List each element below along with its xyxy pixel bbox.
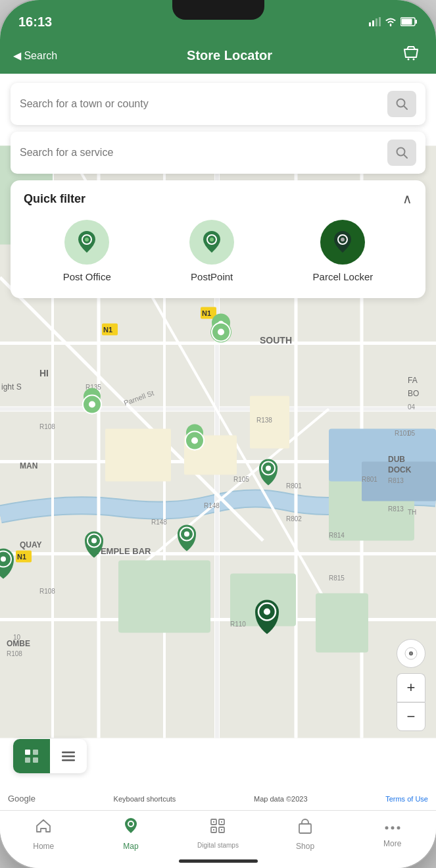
svg-rect-109 [33, 750, 38, 755]
svg-rect-123 [221, 829, 222, 830]
tab-map[interactable]: Map [87, 817, 175, 851]
zoom-out-button[interactable]: − [397, 702, 425, 731]
svg-rect-124 [299, 824, 311, 833]
svg-point-104 [341, 238, 345, 242]
svg-point-7 [407, 59, 409, 61]
svg-point-78 [218, 329, 224, 336]
svg-rect-122 [213, 829, 214, 830]
svg-rect-6 [402, 19, 412, 25]
svg-rect-114 [62, 759, 75, 761]
svg-rect-26 [118, 561, 210, 633]
quick-filter-panel: Quick filter ∧ Post Office [11, 180, 425, 298]
view-toggle [13, 739, 87, 773]
map-view-button[interactable] [13, 739, 50, 773]
svg-text:04: 04 [408, 403, 416, 411]
svg-rect-112 [62, 752, 75, 753]
svg-text:HI: HI [39, 368, 49, 378]
svg-text:N1: N1 [17, 553, 26, 561]
digital-stamps-icon [209, 817, 226, 838]
svg-point-102 [210, 238, 214, 242]
quick-filter-header: Quick filter ∧ [24, 191, 412, 207]
tab-shop[interactable]: Shop [262, 817, 349, 851]
svg-text:N1: N1 [103, 326, 112, 334]
nav-title: Store Locator [187, 48, 272, 63]
svg-text:10: 10 [13, 634, 21, 641]
svg-point-127 [397, 827, 400, 830]
svg-text:R815: R815 [329, 574, 345, 582]
zoom-in-button[interactable]: + [397, 673, 425, 702]
nav-bar: ◀ Search Store Locator [0, 37, 436, 74]
filter-parcel-locker[interactable]: Parcel Locker [313, 220, 374, 282]
compass-button[interactable] [397, 639, 425, 668]
svg-text:MAN: MAN [20, 461, 37, 471]
svg-text:TH: TH [408, 509, 416, 516]
more-icon [384, 817, 401, 836]
svg-text:QUAY: QUAY [20, 540, 42, 549]
parcel-locker-icon-circle [320, 220, 365, 265]
terms-link[interactable]: Terms of Use [385, 795, 428, 803]
svg-text:05: 05 [408, 430, 416, 437]
town-search-input[interactable] [20, 98, 387, 110]
svg-point-92 [264, 609, 270, 615]
tab-more[interactable]: More [349, 817, 436, 848]
svg-rect-110 [25, 757, 30, 763]
keyboard-shortcuts[interactable]: Keyboard shortcuts [114, 795, 176, 803]
shop-icon [297, 817, 314, 838]
svg-point-115 [128, 821, 133, 827]
basket-icon[interactable] [402, 45, 420, 66]
postpoint-icon-circle [189, 220, 234, 265]
svg-point-88 [91, 538, 97, 544]
svg-text:N1: N1 [202, 309, 211, 317]
status-time: 16:13 [18, 14, 52, 30]
svg-text:R814: R814 [329, 532, 345, 539]
svg-point-8 [412, 59, 414, 61]
list-view-icon [59, 747, 78, 765]
phone-frame: 16:13 ◀ Search [0, 0, 436, 868]
svg-point-86 [266, 466, 271, 471]
tab-digital-stamps-label: Digital stamps [197, 842, 239, 849]
chevron-up-icon[interactable]: ∧ [402, 191, 412, 207]
post-office-label: Post Office [63, 271, 111, 282]
search-overlay: Quick filter ∧ Post Office [0, 74, 436, 298]
post-office-icon-circle [64, 220, 109, 265]
post-office-pin-icon [75, 230, 99, 254]
content-area: Parnell St R135 R108 R110 R108 R148 R148… [0, 74, 436, 810]
svg-text:R138: R138 [256, 417, 272, 424]
svg-text:R802: R802 [286, 515, 302, 523]
service-search-box [11, 132, 425, 174]
filter-postpoint[interactable]: PostPoint [189, 220, 234, 282]
google-logo: Google [8, 794, 36, 804]
tab-home-label: Home [33, 842, 54, 851]
signal-icon [369, 17, 381, 26]
back-button[interactable]: ◀ Search [13, 49, 57, 62]
list-view-button[interactable] [50, 739, 87, 773]
svg-text:ight S: ight S [1, 382, 22, 392]
service-search-button[interactable] [387, 140, 416, 166]
svg-text:FA: FA [408, 376, 418, 385]
tab-shop-label: Shop [296, 842, 314, 851]
svg-rect-2 [375, 18, 377, 26]
svg-text:SOUTH: SOUTH [260, 335, 292, 345]
svg-text:R813: R813 [388, 477, 404, 484]
svg-rect-29 [316, 594, 368, 653]
svg-text:DUB: DUB [388, 455, 405, 464]
svg-rect-0 [369, 22, 371, 26]
town-search-box [11, 83, 425, 125]
tab-home[interactable]: Home [0, 817, 87, 851]
svg-line-96 [404, 106, 407, 109]
service-search-input[interactable] [20, 147, 387, 159]
town-search-button[interactable] [387, 91, 416, 117]
svg-text:R105: R105 [233, 476, 249, 483]
svg-text:R110: R110 [230, 621, 246, 628]
svg-point-125 [385, 827, 388, 830]
quick-filter-items: Post Office PostPoint [24, 220, 412, 282]
svg-text:R801: R801 [362, 476, 377, 483]
minus-icon: − [407, 708, 416, 725]
svg-rect-111 [33, 757, 38, 763]
svg-text:R148: R148 [151, 519, 167, 526]
svg-rect-121 [221, 821, 222, 823]
notch [172, 0, 264, 20]
tab-digital-stamps[interactable]: Digital stamps [174, 817, 262, 849]
svg-text:R108: R108 [7, 650, 22, 657]
filter-post-office[interactable]: Post Office [63, 220, 111, 282]
